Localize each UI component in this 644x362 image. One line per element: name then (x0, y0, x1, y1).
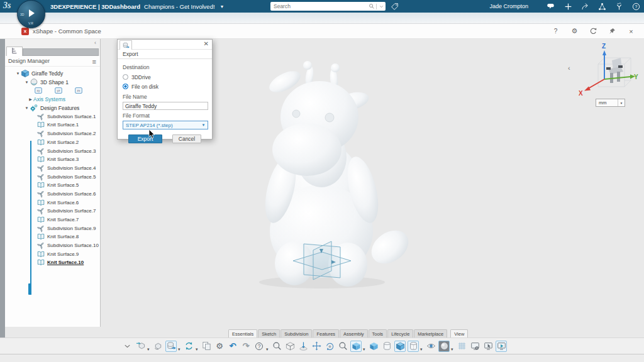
no-edges-icon[interactable] (381, 341, 392, 352)
tab-essentials[interactable]: Essentials (228, 329, 257, 337)
search-input[interactable] (270, 3, 367, 9)
tree-item-knit-surface-3[interactable]: Knit Surface.3 (5, 155, 100, 164)
tree-item-knit-surface-10[interactable]: Knit Surface.10 (5, 258, 100, 267)
close-icon[interactable]: × (627, 27, 635, 35)
hamburger-menu-icon[interactable]: ≡ (92, 55, 100, 67)
tree-item-knit-surface-1[interactable]: Knit Surface.1 (5, 121, 100, 129)
user-name[interactable]: Jade Crompton (489, 3, 528, 9)
redo-icon[interactable]: ↷ (240, 341, 252, 352)
refresh-icon[interactable] (589, 27, 597, 35)
help-circle-icon[interactable]: ? (631, 2, 640, 11)
tree-item-3d-shape-1[interactable]: ▼ 3D Shape 1 (5, 78, 100, 87)
update-icon[interactable] (183, 341, 194, 352)
tab-lifecycle[interactable]: Lifecycle (387, 329, 413, 337)
tab-assembly[interactable]: Assembly (340, 329, 368, 337)
radio-option-file-on-disk[interactable]: File on disk (123, 82, 207, 91)
file-name-input[interactable] (123, 102, 208, 110)
radio-option-3ddrive[interactable]: 3DDrive (123, 72, 207, 82)
hidden-edges-icon-menu[interactable]: ▾ (420, 348, 423, 351)
radio-icon[interactable] (123, 84, 128, 89)
tree-item-knit-surface-6[interactable]: Knit Surface.6 (5, 198, 100, 207)
tree-scroll-marker[interactable] (28, 283, 31, 295)
import-icon-menu[interactable]: ▾ (147, 348, 150, 351)
tree-item-subdivision-surface-7[interactable]: Subdivision Surface.7 (5, 207, 100, 216)
shaded-view-icon[interactable] (350, 341, 362, 352)
plane-xy-icon[interactable]: xy (34, 86, 43, 95)
tree-item-knit-surface-8[interactable]: Knit Surface.8 (5, 233, 100, 241)
help-icon[interactable]: ? (552, 27, 560, 35)
tree-item-giraffe-teddy[interactable]: ▼ Giraffe Teddy (5, 69, 100, 78)
shading-mode-icon[interactable] (368, 341, 379, 352)
normal-view-icon[interactable] (297, 341, 309, 352)
tree-item-design-features[interactable]: ▼ Design Features (5, 104, 100, 112)
update-icon-menu[interactable]: ▾ (196, 348, 198, 351)
export-icon-menu[interactable]: ▾ (178, 348, 180, 351)
edges-view-icon[interactable] (394, 341, 406, 352)
tree-item-subdivision-surface-3[interactable]: Subdivision Surface.3 (5, 146, 100, 155)
tab-view[interactable]: View (450, 329, 468, 337)
file-format-dropdown[interactable]: STEP AP214 (*.step) ▼ (123, 121, 208, 129)
tree-item-axis-systems[interactable]: ▶ Axis Systems (5, 95, 100, 104)
fit-all-icon[interactable] (271, 341, 282, 352)
tab-tools[interactable]: Tools (369, 329, 387, 337)
iso-view-icon[interactable] (284, 341, 296, 352)
search-icon[interactable] (367, 2, 376, 11)
paste-special-icon[interactable] (201, 341, 212, 352)
tab-design-manager[interactable] (6, 47, 23, 56)
search-options-chevron-icon[interactable] (377, 2, 386, 11)
tab-features[interactable]: Features (313, 329, 339, 337)
export-icon[interactable] (165, 341, 177, 352)
dialog-title-bar[interactable]: ✕ (118, 40, 212, 50)
dashboard-title[interactable]: Champions - Get Involved! (144, 3, 214, 10)
tag-icon[interactable] (391, 2, 399, 11)
tree-item-subdivision-surface-9[interactable]: Subdivision Surface.9 (5, 224, 100, 233)
tree-item-subdivision-surface-6[interactable]: Subdivision Surface.6 (5, 190, 100, 199)
undo-icon[interactable]: ↶ (227, 341, 238, 352)
3d-compass-widget[interactable]: 3D V.R (17, 0, 45, 28)
screen-play-icon[interactable] (496, 341, 507, 352)
settings-gear-icon[interactable]: ⚙ (570, 27, 579, 35)
orientation-triad[interactable]: Z Y X (575, 40, 638, 98)
tab-sketch[interactable]: Sketch (258, 329, 280, 337)
render-style-icon-menu[interactable]: ▾ (451, 348, 453, 351)
pan-icon[interactable] (311, 341, 322, 352)
tree-item-subdivision-surface-1[interactable]: Subdivision Surface.1 (5, 112, 100, 121)
expand-arrow-icon[interactable]: ▼ (15, 72, 21, 75)
notification-icon[interactable] (547, 2, 555, 11)
plane-zx-icon[interactable]: zx (74, 86, 83, 95)
expand-arrow-icon[interactable]: ▼ (24, 80, 30, 84)
toolbar-overflow-icon[interactable] (121, 341, 133, 352)
open-shape-icon[interactable] (152, 341, 164, 352)
search-box[interactable] (270, 2, 386, 11)
tree-item-subdivision-surface-4[interactable]: Subdivision Surface.4 (5, 164, 100, 173)
plane-yz-icon[interactable]: yz (54, 86, 63, 95)
cancel-button[interactable]: Cancel (172, 134, 201, 143)
tree-item-knit-surface-7[interactable]: Knit Surface.7 (5, 216, 100, 224)
radio-icon[interactable] (123, 74, 128, 80)
screen-select-icon[interactable] (482, 341, 494, 352)
share-icon[interactable] (580, 2, 589, 11)
tree-item-subdivision-surface-10[interactable]: Subdivision Surface.10 (5, 241, 100, 250)
grid-icon[interactable] (456, 341, 467, 352)
expand-arrow-icon[interactable]: ▼ (24, 106, 30, 110)
collapse-panel-icon[interactable]: ‹ (94, 39, 96, 47)
tab-marketplace[interactable]: Marketplace (414, 329, 447, 337)
swym-icon[interactable] (614, 2, 623, 11)
collaborate-icon[interactable] (597, 2, 606, 11)
dropdown-arrow-icon[interactable]: ▼ (618, 99, 625, 106)
axis-y-label[interactable]: Y (634, 74, 638, 80)
screen-settings-icon[interactable] (469, 341, 480, 352)
help-round-icon-menu[interactable]: ▾ (266, 348, 269, 351)
render-style-icon[interactable] (438, 341, 450, 352)
axis-z-label[interactable]: Z (602, 43, 606, 50)
hidden-edges-icon[interactable] (408, 341, 419, 352)
play-icon[interactable] (29, 9, 35, 17)
close-icon[interactable]: ✕ (204, 40, 209, 47)
tree-item-knit-surface-9[interactable]: Knit Surface.9 (5, 250, 100, 258)
zoom-icon[interactable] (337, 341, 348, 352)
collapse-compass-icon[interactable]: ‹ (568, 64, 570, 72)
tree-item-subdivision-surface-5[interactable]: Subdivision Surface.5 (5, 172, 100, 181)
collapsed-arrow-icon[interactable]: ▶ (28, 97, 33, 101)
import-icon[interactable] (135, 341, 146, 352)
add-icon[interactable] (564, 2, 572, 11)
